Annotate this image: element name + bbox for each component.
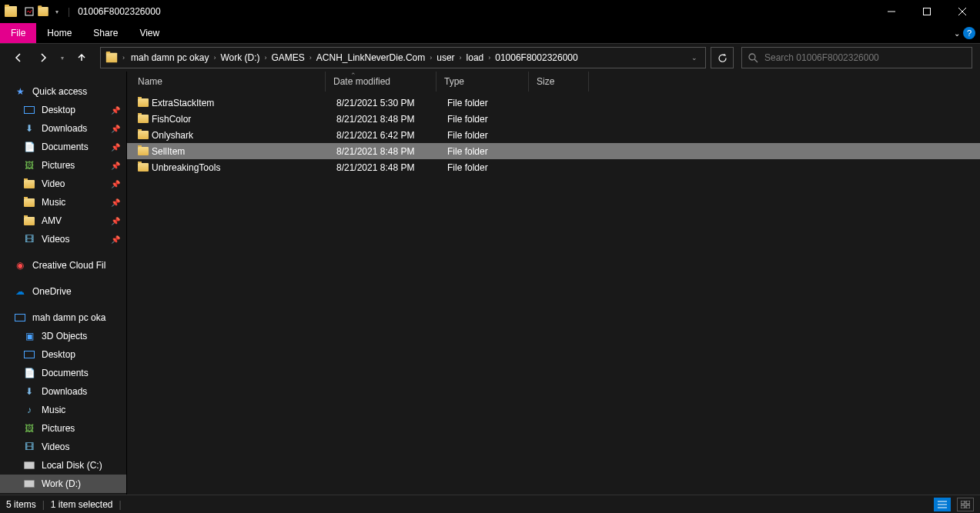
sort-indicator-icon: ⌃ bbox=[350, 72, 356, 79]
sidebar-item[interactable]: AMV📌 bbox=[0, 212, 126, 230]
address-dropdown-icon[interactable]: ⌄ bbox=[691, 54, 697, 62]
sidebar-item[interactable]: ⬇Downloads📌 bbox=[0, 119, 126, 138]
chevron-right-icon[interactable]: › bbox=[263, 54, 269, 62]
sidebar-item[interactable]: Music📌 bbox=[0, 193, 126, 212]
sidebar-item[interactable]: Work (D:) bbox=[0, 475, 126, 493]
file-name: SellItem bbox=[152, 146, 336, 157]
file-row[interactable]: SellItem8/21/2021 8:48 PMFile folder bbox=[127, 143, 980, 159]
navigation-pane[interactable]: ★ Quick access Desktop📌⬇Downloads📌📄Docum… bbox=[0, 72, 127, 495]
selection-count: 1 item selected bbox=[51, 499, 113, 510]
navigation-bar: ▾ › mah damn pc okay›Work (D:)›GAMES›ACN… bbox=[0, 44, 980, 72]
thumbnails-view-button[interactable] bbox=[957, 498, 974, 511]
breadcrumb-segment[interactable]: GAMES bbox=[269, 51, 308, 65]
back-button[interactable] bbox=[8, 47, 29, 68]
pictures-icon: 🖼 bbox=[23, 159, 35, 172]
sidebar-item[interactable]: Desktop bbox=[0, 345, 126, 364]
quick-access[interactable]: ★ Quick access bbox=[0, 82, 126, 101]
file-row[interactable]: Onlyshark8/21/2021 6:42 PMFile folder bbox=[127, 127, 980, 143]
search-placeholder: Search 01006F8002326000 bbox=[764, 52, 879, 63]
chevron-right-icon[interactable]: › bbox=[487, 54, 492, 62]
sidebar-item[interactable]: 🖼Pictures bbox=[0, 419, 126, 438]
chevron-right-icon[interactable]: › bbox=[121, 54, 126, 62]
sidebar-item[interactable]: 🎞Videos📌 bbox=[0, 230, 126, 248]
file-list[interactable]: ExtraStackItem8/21/2021 5:30 PMFile fold… bbox=[127, 92, 980, 175]
ribbon-tabs: File Home Share View ⌄ ? bbox=[0, 23, 980, 44]
qat-properties-icon[interactable] bbox=[23, 5, 35, 18]
column-date[interactable]: Date modified bbox=[326, 72, 436, 92]
column-type[interactable]: Type bbox=[436, 72, 529, 92]
qat-new-folder-icon[interactable] bbox=[37, 5, 49, 18]
this-pc[interactable]: mah damn pc oka bbox=[0, 308, 126, 327]
sidebar-item[interactable]: Desktop📌 bbox=[0, 101, 126, 119]
refresh-button[interactable] bbox=[711, 47, 734, 68]
sidebar-item[interactable]: 🎞Videos bbox=[0, 438, 126, 456]
sidebar-item[interactable]: 📄Documents📌 bbox=[0, 138, 126, 156]
sidebar-item[interactable]: 🖼Pictures📌 bbox=[0, 156, 126, 175]
file-row[interactable]: FishColor8/21/2021 8:48 PMFile folder bbox=[127, 111, 980, 127]
videos-icon: 🎞 bbox=[23, 441, 35, 453]
desktop-icon bbox=[23, 104, 35, 116]
file-name: UnbreakingTools bbox=[152, 162, 336, 173]
chevron-right-icon[interactable]: › bbox=[458, 54, 463, 62]
sidebar-item[interactable]: Video📌 bbox=[0, 175, 126, 193]
qat-dropdown-icon[interactable]: ▾ bbox=[51, 5, 63, 18]
file-date: 8/21/2021 6:42 PM bbox=[336, 130, 447, 141]
cc-icon: ◉ bbox=[14, 259, 26, 271]
breadcrumb-segment[interactable]: 01006F8002326000 bbox=[492, 51, 580, 65]
breadcrumb-segment[interactable]: load bbox=[463, 51, 487, 65]
maximize-button[interactable] bbox=[909, 0, 945, 23]
chevron-right-icon[interactable]: › bbox=[212, 54, 217, 62]
home-tab[interactable]: Home bbox=[36, 23, 82, 43]
star-icon: ★ bbox=[14, 85, 26, 98]
sidebar-item[interactable]: ▣3D Objects bbox=[0, 327, 126, 345]
details-view-button[interactable] bbox=[934, 498, 951, 511]
column-size[interactable]: Size bbox=[529, 72, 589, 92]
forward-button[interactable] bbox=[32, 47, 54, 68]
sidebar-item[interactable]: 📄Documents bbox=[0, 364, 126, 382]
breadcrumb-segment[interactable]: ACNH_LinkNeverDie.Com bbox=[313, 51, 428, 65]
recent-dropdown[interactable]: ▾ bbox=[57, 47, 68, 68]
close-button[interactable] bbox=[945, 0, 980, 23]
sidebar-item[interactable]: Local Disk (C:) bbox=[0, 456, 126, 475]
view-tab[interactable]: View bbox=[129, 23, 170, 43]
file-type: File folder bbox=[447, 162, 540, 173]
column-headers[interactable]: Name Date modified Type Size ⌃ bbox=[127, 72, 980, 92]
chevron-right-icon[interactable]: › bbox=[428, 54, 433, 62]
breadcrumb-segment[interactable]: Work (D:) bbox=[217, 51, 263, 65]
minimize-button[interactable] bbox=[874, 0, 909, 23]
search-input[interactable]: Search 01006F8002326000 bbox=[741, 47, 972, 68]
desktop-icon bbox=[23, 348, 35, 361]
videos-icon: 🎞 bbox=[23, 233, 35, 245]
chevron-right-icon[interactable]: › bbox=[308, 54, 313, 62]
sidebar-item[interactable]: ♪Music bbox=[0, 401, 126, 419]
svg-rect-2 bbox=[924, 8, 931, 15]
address-bar[interactable]: › mah damn pc okay›Work (D:)›GAMES›ACNH_… bbox=[100, 47, 706, 68]
item-count: 5 items bbox=[6, 499, 36, 510]
pin-icon: 📌 bbox=[111, 235, 120, 244]
file-type: File folder bbox=[447, 146, 540, 157]
column-name[interactable]: Name bbox=[127, 72, 326, 92]
file-row[interactable]: ExtraStackItem8/21/2021 5:30 PMFile fold… bbox=[127, 95, 980, 111]
help-icon[interactable]: ? bbox=[963, 27, 975, 39]
breadcrumb-segment[interactable]: mah damn pc okay bbox=[128, 51, 212, 65]
documents-icon: 📄 bbox=[23, 367, 35, 379]
file-menu[interactable]: File bbox=[0, 23, 36, 43]
share-tab[interactable]: Share bbox=[82, 23, 129, 43]
onedrive[interactable]: ☁ OneDrive bbox=[0, 282, 126, 301]
pin-icon: 📌 bbox=[111, 125, 120, 133]
sidebar-item[interactable]: ⬇Downloads bbox=[0, 382, 126, 401]
title-bar: ▾ | 01006F8002326000 bbox=[0, 0, 980, 23]
file-type: File folder bbox=[447, 114, 540, 125]
file-list-pane: Name Date modified Type Size ⌃ ExtraStac… bbox=[127, 72, 980, 495]
breadcrumb-segment[interactable]: user bbox=[433, 51, 457, 65]
downloads-icon: ⬇ bbox=[23, 385, 35, 398]
disk-icon bbox=[23, 478, 35, 490]
file-row[interactable]: UnbreakingTools8/21/2021 8:48 PMFile fol… bbox=[127, 159, 980, 175]
svg-rect-13 bbox=[966, 505, 970, 508]
creative-cloud[interactable]: ◉ Creative Cloud Fil bbox=[0, 256, 126, 275]
ribbon-expand-icon[interactable]: ⌄ bbox=[954, 29, 960, 38]
folder-icon bbox=[138, 147, 152, 155]
up-button[interactable] bbox=[71, 47, 92, 68]
file-name: Onlyshark bbox=[152, 130, 336, 141]
downloads-icon: ⬇ bbox=[23, 122, 35, 135]
